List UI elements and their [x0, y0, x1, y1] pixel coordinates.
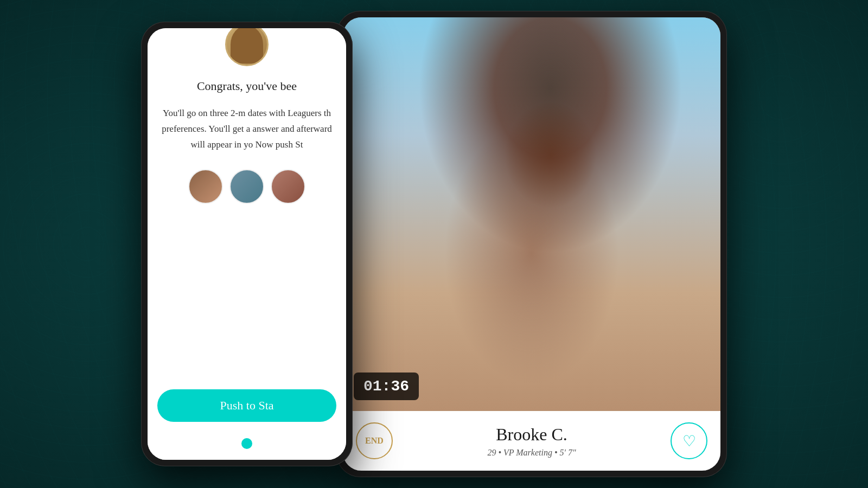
congrats-text: Congrats, you've bee	[186, 77, 308, 95]
profile-name: Brooke C.	[393, 425, 671, 445]
list-item	[271, 169, 305, 204]
bottom-indicator	[241, 438, 252, 449]
heart-icon: ♡	[682, 432, 696, 450]
left-screen: Congrats, you've bee You'll go on three …	[148, 28, 346, 460]
scene: Congrats, you've bee You'll go on three …	[54, 11, 814, 477]
profile-image: 01:36	[343, 17, 720, 411]
profile-details: Brooke C. 29 • VP Marketing • 5' 7"	[393, 425, 671, 458]
profile-info: END Brooke C. 29 • VP Marketing • 5' 7" …	[343, 411, 720, 471]
profile-meta: 29 • VP Marketing • 5' 7"	[393, 448, 671, 458]
end-button[interactable]: END	[356, 422, 393, 459]
person-background	[343, 17, 720, 411]
left-phone: Congrats, you've bee You'll go on three …	[141, 22, 353, 466]
list-item	[229, 169, 264, 204]
push-to-start-button[interactable]: Push to Sta	[157, 389, 336, 422]
avatar-top	[225, 28, 269, 66]
description-text: You'll go on three 2-m dates with League…	[148, 106, 346, 153]
right-phone: 01:36 END Brooke C. 29 • VP Marketing • …	[336, 11, 727, 477]
timer-badge: 01:36	[354, 373, 419, 400]
avatars-row	[188, 169, 305, 204]
right-screen: 01:36 END Brooke C. 29 • VP Marketing • …	[343, 17, 720, 471]
heart-button[interactable]: ♡	[671, 422, 707, 459]
list-item	[188, 169, 223, 204]
